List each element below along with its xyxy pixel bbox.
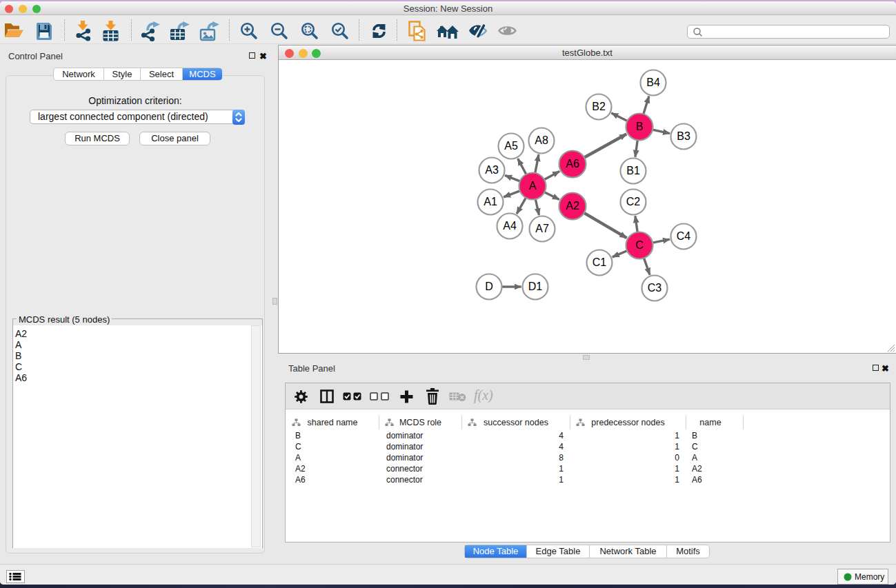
svg-text:D1: D1	[528, 281, 543, 292]
svg-text:B: B	[636, 121, 644, 132]
svg-text:C2: C2	[626, 196, 641, 207]
svg-text:A8: A8	[535, 134, 548, 146]
svg-text:A: A	[529, 180, 537, 192]
svg-text:A2: A2	[566, 200, 579, 212]
svg-text:B4: B4	[646, 77, 660, 88]
svg-text:A4: A4	[503, 220, 517, 232]
svg-text:B1: B1	[626, 165, 640, 176]
svg-text:B3: B3	[677, 130, 690, 142]
svg-text:A5: A5	[504, 140, 518, 152]
svg-text:C3: C3	[648, 282, 662, 294]
svg-text:A6: A6	[566, 158, 579, 170]
svg-text:B2: B2	[592, 101, 606, 112]
svg-text:D: D	[485, 281, 493, 292]
svg-text:A1: A1	[484, 196, 497, 207]
svg-text:A7: A7	[535, 223, 549, 234]
svg-text:C4: C4	[677, 230, 691, 242]
svg-text:A3: A3	[485, 164, 499, 176]
svg-text:C1: C1	[593, 256, 607, 268]
svg-text:C: C	[635, 239, 644, 251]
